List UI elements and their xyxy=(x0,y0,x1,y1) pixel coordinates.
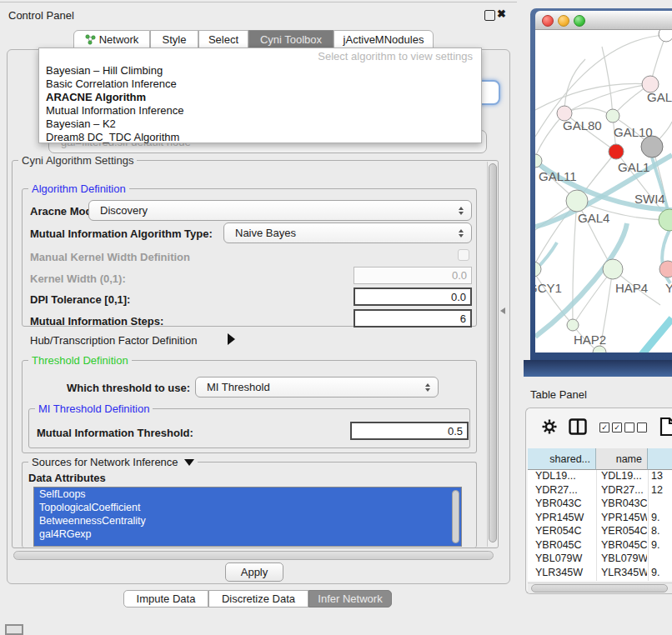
tab-impute-data[interactable]: Impute Data xyxy=(123,590,208,608)
network-window-titlebar[interactable] xyxy=(535,11,672,30)
network-view-window[interactable]: GAL GAL80 GAL10 GAL1 GAL11 GAL4 SWI4 GCY… xyxy=(530,8,672,360)
sources-group-title[interactable]: Sources for Network Inference xyxy=(28,456,198,468)
table-hscrollbar-thumb[interactable] xyxy=(531,584,668,592)
apply-button[interactable]: Apply xyxy=(225,562,283,582)
which-threshold-combobox[interactable]: MI Threshold xyxy=(195,377,439,398)
mi-type-value: Naive Bayes xyxy=(235,227,296,239)
attribute-item[interactable]: gal4RGexp xyxy=(34,528,461,541)
screenshot-root: Control Panel ✖ Network Style Select Cyn… xyxy=(0,0,672,635)
minimize-window-icon[interactable] xyxy=(558,15,569,27)
node-right-green[interactable] xyxy=(659,209,672,231)
tab-select[interactable]: Select xyxy=(198,30,248,49)
settings-group-title: Cyni Algorithm Settings xyxy=(18,154,137,167)
network-canvas[interactable]: GAL GAL80 GAL10 GAL1 GAL11 GAL4 SWI4 GCY… xyxy=(535,30,672,352)
tab-infer-network[interactable]: Infer Network xyxy=(308,590,392,608)
tab-discretize-data[interactable]: Discretize Data xyxy=(208,590,308,608)
settings-hscrollbar[interactable] xyxy=(13,551,494,560)
kernel-width-input[interactable]: 0.0 xyxy=(354,267,472,284)
close-panel-icon[interactable]: ✖ xyxy=(497,8,506,20)
table-row[interactable]: YBR045C YBR045C 9. xyxy=(528,539,672,553)
table-row[interactable]: YBR043C YBR043C xyxy=(528,498,672,512)
dropdown-item[interactable]: Bayesian – Hill Climbing xyxy=(39,64,481,78)
attribute-item[interactable]: BetweennessCentrality xyxy=(34,514,461,528)
docked-panel-icon[interactable] xyxy=(5,624,23,635)
tab-label: Impute Data xyxy=(137,592,196,605)
new-sheet-icon[interactable] xyxy=(659,417,672,440)
settings-hscrollbar-thumb[interactable] xyxy=(13,551,494,560)
network-edge-bright xyxy=(640,318,672,352)
svg-text:GCY1: GCY1 xyxy=(535,281,562,295)
svg-text:HAP4: HAP4 xyxy=(615,281,648,295)
node-bottom[interactable] xyxy=(593,346,606,352)
node-gal4[interactable] xyxy=(566,190,588,212)
table-row[interactable]: YDR27... YDR27... 12 xyxy=(528,484,672,498)
table-row[interactable]: YER054C YER054C 8. xyxy=(528,525,672,539)
svg-text:HAP2: HAP2 xyxy=(574,332,606,347)
tab-network[interactable]: Network xyxy=(73,30,150,49)
control-panel-top-hairline xyxy=(0,2,517,2)
column-header-label: name xyxy=(616,453,642,465)
expand-right-icon[interactable] xyxy=(228,333,235,345)
tab-jactivemnodules[interactable]: jActiveMNodules xyxy=(333,30,434,49)
select-all-checkboxes-icon[interactable]: ✓✓ xyxy=(599,422,622,432)
mi-steps-value: 6 xyxy=(460,312,466,325)
dropdown-item[interactable]: Dream8 DC_TDC Algorithm xyxy=(39,131,481,144)
mi-steps-input[interactable]: 6 xyxy=(354,309,472,328)
column-header-name[interactable]: name xyxy=(596,448,648,470)
tab-cyni-toolbox[interactable]: Cyni Toolbox xyxy=(248,30,333,49)
data-attributes-list[interactable]: SelfLoops TopologicalCoefficient Between… xyxy=(33,487,462,547)
table-panel-title: Table Panel xyxy=(530,388,587,401)
dropdown-item[interactable]: Bayesian – K2 xyxy=(39,118,481,131)
svg-text:GAL4: GAL4 xyxy=(578,211,609,225)
which-threshold-value: MI Threshold xyxy=(207,381,270,393)
table-row[interactable]: YPR145W YPR145W 9. xyxy=(528,512,672,526)
settings-scrollbar-thumb[interactable] xyxy=(489,163,497,542)
node-partial-top[interactable] xyxy=(659,30,672,42)
table-hscrollbar[interactable] xyxy=(528,582,672,593)
mi-type-combobox[interactable]: Naive Bayes xyxy=(223,222,472,243)
dropdown-placeholder: Select algorithm to view settings xyxy=(39,48,481,64)
dropdown-item[interactable]: Basic Correlation Inference xyxy=(39,78,481,91)
float-panel-icon[interactable] xyxy=(484,10,495,21)
column-view-icon[interactable] xyxy=(569,418,587,438)
svg-text:GAL10: GAL10 xyxy=(614,125,653,139)
column-header-label: shared... xyxy=(549,453,590,465)
settings-scrollbar[interactable] xyxy=(487,162,498,547)
node-gal1-selected[interactable] xyxy=(609,144,624,159)
node-gal10[interactable] xyxy=(606,109,619,122)
threshold-definition-title: Threshold Definition xyxy=(28,354,132,367)
aracne-mode-combobox[interactable]: Discovery xyxy=(88,200,472,221)
table-settings-gear-icon[interactable] xyxy=(541,418,558,438)
node-salmon[interactable] xyxy=(659,261,672,278)
column-separator xyxy=(648,470,649,581)
tab-label: Infer Network xyxy=(318,592,382,605)
deselect-all-checkboxes-icon[interactable] xyxy=(624,422,647,432)
stepper-arrows-icon xyxy=(459,207,464,215)
table-row[interactable]: YLR345W YLR345W 9. xyxy=(528,567,672,581)
attributes-scrollbar-thumb[interactable] xyxy=(452,490,459,543)
mi-threshold-input[interactable]: 0.5 xyxy=(350,422,469,440)
attribute-item[interactable]: TopologicalCoefficient xyxy=(34,501,461,514)
mi-threshold-group-title: MI Threshold Definition xyxy=(35,402,153,415)
table-row[interactable]: YIL052C YIL052C 9 xyxy=(528,580,672,581)
zoom-window-icon[interactable] xyxy=(574,15,585,27)
column-header-shared-name[interactable]: shared... xyxy=(528,448,596,470)
which-threshold-label: Which threshold to use: xyxy=(67,382,190,394)
column-header-partial[interactable] xyxy=(648,448,672,470)
manual-kernel-checkbox[interactable] xyxy=(458,249,469,261)
tab-style[interactable]: Style xyxy=(150,30,198,49)
manual-kernel-label: Manual Kernel Width Definition xyxy=(30,251,190,263)
close-window-icon[interactable] xyxy=(542,15,554,27)
hub-definition-label[interactable]: Hub/Transcription Factor Definition xyxy=(30,334,197,347)
dropdown-item-highlighted[interactable]: ARACNE Algorithm xyxy=(39,91,481,104)
table-row[interactable]: YDL19... YDL19... 13 xyxy=(528,470,672,484)
dropdown-item[interactable]: Mutual Information Inference xyxy=(39,104,481,118)
attribute-item[interactable]: SelfLoops xyxy=(34,488,461,501)
node-hap2[interactable] xyxy=(567,319,579,331)
dpi-tolerance-input[interactable]: 0.0 xyxy=(354,288,472,306)
node-hap4[interactable] xyxy=(603,259,623,279)
splitter-collapse-icon[interactable] xyxy=(500,308,505,314)
panel-title: Control Panel xyxy=(8,9,74,22)
collapse-down-icon[interactable] xyxy=(184,459,194,466)
table-row[interactable]: YBL079W YBL079W xyxy=(528,552,672,567)
